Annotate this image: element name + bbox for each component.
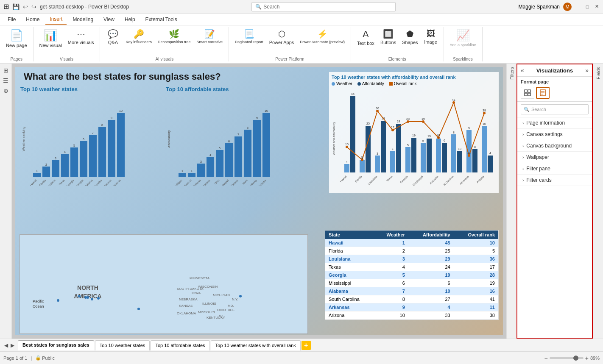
key-influencers-icon: 🔑 [134, 29, 144, 39]
save-icon[interactable]: 💾 [12, 3, 20, 10]
tab-top10-overall[interactable]: Top 10 weather states with overall rank [211, 340, 301, 350]
shapes-button[interactable]: ⬟ Shapes [399, 27, 420, 47]
tab-best-states[interactable]: Best states for sunglass sales [18, 340, 94, 350]
zoom-thumb[interactable] [573, 356, 578, 361]
text-box-button[interactable]: A Text box [355, 27, 377, 47]
svg-rect-11 [80, 141, 87, 177]
cell-state: Louisiana [325, 255, 375, 263]
fields-tab[interactable]: Fields [593, 64, 603, 339]
svg-rect-87 [457, 151, 462, 172]
format-grid-icon [524, 89, 531, 96]
menu-help[interactable]: Help [120, 15, 140, 24]
maximize-btn[interactable]: □ [584, 4, 590, 10]
svg-text:S. Carolina: S. Carolina [91, 178, 103, 186]
more-visuals-button[interactable]: ⋯ More visuals [65, 27, 97, 47]
svg-rect-68 [421, 143, 426, 172]
svg-rect-163 [528, 90, 530, 92]
svg-rect-13 [89, 135, 97, 177]
format-grid-btn[interactable] [521, 87, 534, 99]
svg-text:10: 10 [483, 122, 486, 125]
panel-item-canvas-background[interactable]: › Canvas background [517, 140, 592, 152]
svg-text:1: 1 [181, 169, 183, 172]
image-button[interactable]: 🖼 Image [422, 27, 440, 46]
tab-next-btn[interactable]: ▶ [10, 342, 15, 348]
public-icon: 🔒 [35, 355, 41, 361]
panel-item-filter-pane[interactable]: › Filter pane [517, 163, 592, 175]
menu-insert[interactable]: Insert [45, 14, 67, 25]
filters-label[interactable]: Filters [509, 67, 514, 80]
redo-icon[interactable]: ↪ [31, 3, 36, 10]
tab-top10-weather[interactable]: Top 10 weather states [95, 340, 150, 350]
ribbon: 📄 New page Pages 📊 New visual ⋯ More vis… [0, 25, 603, 64]
pages-grid-icon[interactable]: ⊞ [2, 65, 10, 75]
svg-text:OKLAHOMA: OKLAHOMA [177, 311, 196, 315]
zoom-plus-btn[interactable]: + [585, 355, 589, 361]
titlebar-center: 🔍 Search [129, 2, 519, 11]
svg-text:24: 24 [397, 120, 400, 123]
zoom-minus-btn[interactable]: − [544, 355, 548, 361]
search-icon: 🔍 [255, 4, 262, 10]
tab-prev-btn[interactable]: ◀ [3, 342, 9, 348]
sparkline-icon: 📈 [456, 29, 470, 42]
svg-text:10: 10 [265, 109, 268, 112]
svg-rect-85 [442, 143, 447, 172]
new-page-button[interactable]: 📄 New page [3, 27, 30, 50]
app-icon: ⊞ [3, 3, 9, 11]
panel-item-wallpaper[interactable]: › Wallpaper [517, 152, 592, 163]
power-automate-icon: ⚡ [317, 29, 328, 39]
collapse-left-btn[interactable]: « [521, 67, 524, 74]
menu-modeling[interactable]: Modeling [68, 15, 98, 24]
cell-affordability: 19 [408, 271, 454, 279]
global-search[interactable]: 🔍 Search [251, 2, 396, 11]
chevron-filter-pane: › [522, 167, 524, 171]
svg-text:DEL.: DEL. [228, 308, 235, 312]
minimize-btn[interactable]: ─ [575, 4, 581, 10]
menu-file[interactable]: File [3, 15, 20, 24]
tab-top10-affordable[interactable]: Top 10 affordable states [151, 340, 209, 350]
panel-item-filter-cards[interactable]: › Filter cards [517, 175, 592, 186]
svg-rect-77 [381, 121, 386, 172]
power-automate-button[interactable]: ⚡ Power Automate (preview) [297, 27, 347, 46]
key-influencers-button[interactable]: 🔑 Key influencers [123, 27, 154, 46]
decomposition-tree-button[interactable]: 🌿 Decomposition tree [155, 27, 193, 46]
buttons-button[interactable]: 🔲 Buttons [378, 27, 399, 47]
map-section: NORTH AMERICA Pacific Ocean [20, 234, 308, 334]
svg-text:Ohio: Ohio [214, 178, 220, 185]
svg-text:6: 6 [422, 139, 424, 142]
svg-rect-44 [234, 136, 242, 177]
fields-label[interactable]: Fields [596, 67, 601, 79]
menu-view[interactable]: View [99, 15, 119, 24]
svg-text:7: 7 [92, 131, 94, 134]
right-panel-container: Filters « Visualizations » Format page [506, 64, 603, 339]
add-page-button[interactable]: + [302, 341, 311, 350]
panel-item-canvas-settings[interactable]: › Canvas settings [517, 129, 592, 140]
undo-icon[interactable]: ↩ [23, 3, 28, 10]
table-row: Florida 2 25 5 [325, 247, 498, 255]
pages-add-icon[interactable]: ⊕ [2, 86, 10, 96]
svg-rect-19 [117, 113, 125, 177]
qa-icon: 💬 [108, 29, 118, 39]
svg-rect-32 [179, 173, 186, 177]
svg-rect-75 [366, 126, 371, 172]
qa-button[interactable]: 💬 Q&A [103, 27, 122, 47]
zoom-slider[interactable] [550, 357, 583, 359]
viz-search-input[interactable]: 🔍 Search [521, 104, 589, 114]
bar-chart-left: Weather ranking 1 2 3 4 5 6 [20, 92, 156, 186]
filters-tab[interactable]: Filters [506, 64, 516, 339]
power-apps-button[interactable]: ⬡ Power Apps [267, 27, 297, 47]
pages-list-icon[interactable]: ☰ [1, 75, 10, 86]
svg-rect-50 [262, 113, 270, 177]
add-sparkline-button[interactable]: 📈 Add a sparkline [447, 27, 479, 49]
svg-text:Alabama: Alabama [429, 175, 439, 184]
svg-point-138 [57, 299, 59, 302]
menu-external-tools[interactable]: External Tools [141, 15, 181, 24]
format-page-btn[interactable] [536, 87, 550, 99]
menu-home[interactable]: Home [22, 15, 44, 24]
smart-narrative-button[interactable]: 📝 Smart narrative [194, 27, 226, 46]
close-btn[interactable]: ✕ [594, 4, 600, 10]
new-visual-button[interactable]: 📊 New visual [37, 27, 64, 50]
ribbon-group-visuals: 📊 New visual ⋯ More visuals Visuals [34, 27, 100, 61]
expand-right-btn[interactable]: » [585, 67, 589, 74]
panel-item-page-info[interactable]: › Page information [517, 117, 592, 129]
paginated-report-button[interactable]: 📃 Paginated report [232, 27, 266, 46]
